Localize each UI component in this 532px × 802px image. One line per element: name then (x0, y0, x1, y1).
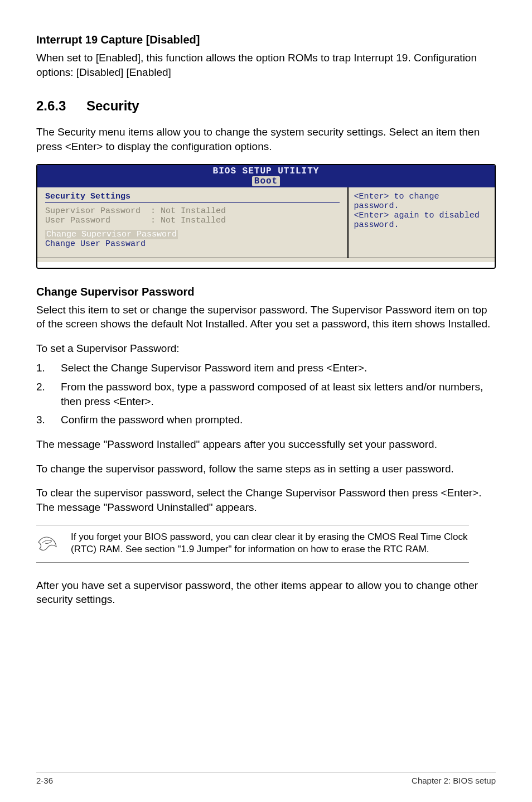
section-number: 2.6.3 (36, 98, 86, 114)
bios-security-settings-heading: Security Settings (45, 192, 340, 203)
bios-change-user: Change User Passward (45, 239, 340, 249)
interrupt19-desc: When set to [Enabled], this function all… (36, 51, 496, 79)
bios-tab-boot: Boot (252, 176, 280, 186)
csp-heading: Change Supervisor Password (36, 286, 496, 298)
step-num-1: 1. (36, 361, 61, 375)
bios-footer-curve (37, 258, 495, 268)
csp-p1: Select this item to set or change the su… (36, 303, 496, 331)
step-num-3: 3. (36, 413, 61, 427)
section-heading: 2.6.3Security (36, 98, 496, 114)
bios-user-row: User Password : Not Installed (45, 216, 340, 225)
step-text-1: Select the Change Supervisor Password it… (61, 361, 367, 375)
bios-screenshot: BIOS SETUP UTILITY Boot Security Setting… (36, 164, 496, 269)
bios-help-pane: <Enter> to change password. <Enter> agai… (349, 187, 495, 258)
csp-p6: After you have set a supervisor password… (36, 578, 496, 607)
section-title: Security (86, 98, 139, 113)
bios-title-text: BIOS SETUP UTILITY (213, 166, 320, 176)
csp-p2: To set a Supervisor Password: (36, 341, 496, 356)
bios-left-pane: Security Settings Supervisor Password : … (37, 187, 349, 258)
interrupt19-heading: Interrupt 19 Capture [Disabled] (36, 33, 496, 46)
security-intro: The Security menu items allow you to cha… (36, 125, 496, 153)
step-text-2: From the password box, type a password c… (61, 380, 496, 408)
bios-title-bar: BIOS SETUP UTILITY Boot (37, 165, 495, 187)
page-number: 2-36 (36, 776, 53, 785)
step-text-3: Confirm the password when prompted. (61, 413, 243, 427)
bios-supervisor-row: Supervisor Password : Not Installed (45, 206, 340, 216)
note-block: If you forget your BIOS password, you ca… (36, 525, 469, 563)
bios-change-supervisor: Change Supervisor Password (45, 230, 178, 239)
page-footer: 2-36 Chapter 2: BIOS setup (36, 772, 496, 785)
csp-steps: 1.Select the Change Supervisor Password … (36, 361, 496, 427)
csp-p3: The message "Password Installed" appears… (36, 437, 496, 452)
note-text: If you forget your BIOS password, you ca… (71, 531, 469, 555)
note-icon (36, 531, 61, 557)
chapter-label: Chapter 2: BIOS setup (412, 776, 496, 785)
step-num-2: 2. (36, 380, 61, 408)
csp-p5: To clear the supervisor password, select… (36, 486, 496, 514)
csp-p4: To change the supervisor password, follo… (36, 462, 496, 476)
